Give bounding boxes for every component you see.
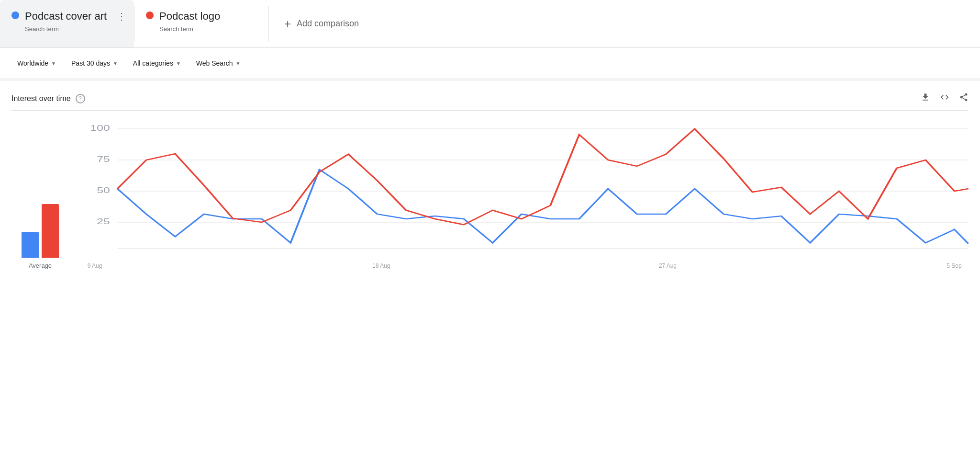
period-label: Past 30 days — [71, 59, 110, 67]
red-line — [117, 129, 969, 225]
search-term-item-1[interactable]: Podcast cover art Search term ⋮ — [0, 0, 134, 47]
chart-title: Interest over time — [11, 94, 71, 103]
term2-dot — [146, 11, 154, 19]
region-arrow-icon: ▼ — [51, 61, 56, 66]
search-type-label: Web Search — [196, 59, 233, 67]
svg-text:50: 50 — [97, 186, 110, 194]
chart-section: Interest over time ? Average — [0, 81, 980, 279]
term1-content: Podcast cover art Search term — [25, 10, 107, 33]
download-button[interactable] — [921, 92, 930, 104]
x-label-4: 5 Sep — [940, 262, 969, 269]
term2-type: Search term — [159, 25, 220, 33]
region-label: Worldwide — [17, 59, 48, 67]
chart-area: Average 100 75 50 25 — [11, 114, 969, 279]
embed-button[interactable] — [940, 92, 949, 104]
avg-bar-blue — [22, 232, 39, 258]
x-label-2: 18 Aug — [367, 262, 396, 269]
chart-actions — [921, 92, 969, 104]
svg-text:75: 75 — [97, 155, 110, 163]
x-axis-labels: 9 Aug 18 Aug 27 Aug 5 Sep — [80, 260, 969, 269]
line-chart-svg: 100 75 50 25 — [80, 124, 969, 258]
average-chart: Average — [11, 172, 69, 269]
share-button[interactable] — [959, 92, 969, 104]
category-filter[interactable]: All categories ▼ — [127, 56, 187, 71]
search-terms-bar: Podcast cover art Search term ⋮ Podcast … — [0, 0, 980, 48]
chart-header: Interest over time ? — [11, 92, 969, 111]
avg-label: Average — [29, 262, 52, 269]
period-filter[interactable]: Past 30 days ▼ — [66, 56, 123, 71]
line-chart-wrapper: 100 75 50 25 9 Aug 18 Aug 27 Aug 5 Sep — [80, 124, 969, 269]
svg-text:100: 100 — [90, 124, 110, 132]
search-type-arrow-icon: ▼ — [236, 61, 241, 66]
term2-name: Podcast logo — [159, 10, 220, 23]
term2-content: Podcast logo Search term — [159, 10, 220, 33]
term1-type: Search term — [25, 25, 107, 33]
avg-bar-red — [42, 204, 59, 258]
search-type-filter[interactable]: Web Search ▼ — [190, 56, 246, 71]
period-arrow-icon: ▼ — [113, 61, 118, 66]
add-comparison-button[interactable]: + Add comparison — [269, 0, 980, 47]
x-label-1: 9 Aug — [80, 262, 109, 269]
filters-bar: Worldwide ▼ Past 30 days ▼ All categorie… — [0, 48, 980, 79]
blue-line — [117, 170, 969, 244]
plus-icon: + — [284, 17, 291, 31]
avg-bars — [22, 172, 59, 258]
svg-text:25: 25 — [97, 217, 110, 226]
term1-menu-button[interactable]: ⋮ — [115, 10, 128, 23]
term1-name: Podcast cover art — [25, 10, 107, 23]
category-label: All categories — [133, 59, 173, 67]
add-comparison-label: Add comparison — [297, 19, 359, 29]
x-label-3: 27 Aug — [653, 262, 682, 269]
search-term-item-2[interactable]: Podcast logo Search term — [134, 0, 268, 47]
category-arrow-icon: ▼ — [176, 61, 181, 66]
help-icon[interactable]: ? — [76, 94, 85, 103]
region-filter[interactable]: Worldwide ▼ — [11, 56, 62, 71]
term1-dot — [11, 11, 19, 19]
chart-title-row: Interest over time ? — [11, 94, 85, 103]
